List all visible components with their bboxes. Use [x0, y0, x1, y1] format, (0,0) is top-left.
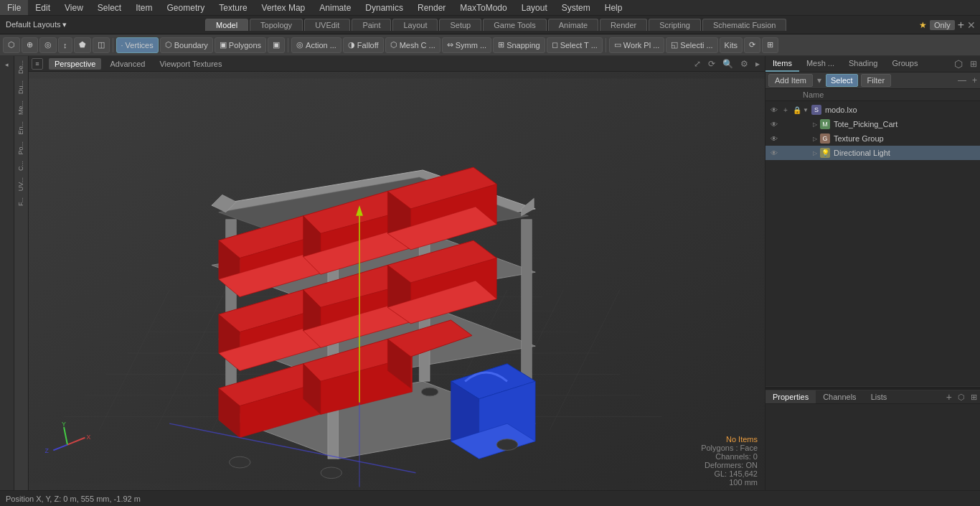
lock-icon-tote[interactable] — [791, 118, 803, 130]
mesh-display-btn[interactable]: ⬡ — [3, 37, 20, 53]
viewport-tab-textures[interactable]: Viewport Textures — [154, 58, 227, 70]
grid-btn[interactable]: ⊞ — [762, 37, 778, 53]
default-layouts-dropdown[interactable]: Default Layouts ▾ — [0, 20, 73, 29]
items-toolbar-chevron[interactable]: ▾ — [816, 75, 823, 85]
list-item-dir-light[interactable]: 👁 ▷ 💡 Directional Light — [765, 146, 980, 160]
menu-texture[interactable]: Texture — [212, 0, 254, 15]
lock-icon-texgroup[interactable] — [791, 133, 803, 144]
items-toolbar-expand[interactable]: + — [969, 75, 977, 85]
lock-icon-dirlight[interactable] — [791, 147, 803, 159]
menu-select[interactable]: Select — [90, 0, 128, 15]
close-layout-button[interactable]: ✕ — [967, 19, 976, 31]
selecti-btn[interactable]: ◱ Selecti ... — [666, 37, 717, 53]
polygons-btn[interactable]: ▣ Polygons — [215, 37, 266, 53]
lock-icon-modo[interactable]: 🔒 — [791, 104, 803, 116]
eye-icon-dirlight[interactable]: 👁 — [768, 147, 780, 159]
list-item-modo-lxo[interactable]: 👁 + 🔒 ▼ S modo.lxo — [765, 103, 980, 117]
tab-topology[interactable]: Topology — [250, 19, 303, 31]
action-btn[interactable]: ◎ Action ... — [291, 37, 341, 53]
viewport-search-icon[interactable]: 🔍 — [720, 58, 735, 70]
tab-layout[interactable]: Layout — [392, 19, 438, 31]
snapping-shape-btn[interactable]: ⬟ — [74, 37, 91, 53]
menu-render[interactable]: Render — [410, 0, 453, 15]
plus-icon-tote[interactable] — [780, 118, 791, 130]
add-layout-button[interactable]: + — [958, 19, 964, 31]
select-mode-btn[interactable]: ▣ — [268, 37, 285, 53]
plus-icon-modo[interactable]: + — [780, 104, 791, 116]
star-button[interactable]: ★ — [919, 20, 927, 30]
prop-tab-properties[interactable]: Properties — [765, 390, 816, 403]
tool-de[interactable]: De... — [16, 57, 27, 77]
panel-expand-icon[interactable]: ⊞ — [967, 59, 980, 69]
viewport-maximize-icon[interactable]: ⤢ — [692, 58, 703, 70]
tab-mesh[interactable]: Mesh ... — [799, 56, 842, 72]
expand-icon-modo[interactable]: ▼ — [803, 107, 809, 113]
transform-btn[interactable]: ↕ — [58, 37, 72, 53]
plus-icon-dirlight[interactable] — [780, 147, 791, 159]
falloff-btn[interactable]: ◑ Falloff — [343, 37, 384, 53]
panel-collapse-icon[interactable]: ⬡ — [950, 58, 967, 70]
list-item-texture-group[interactable]: 👁 ▷ G Texture Group — [765, 131, 980, 146]
symm-btn[interactable]: ⇔ Symm ... — [442, 37, 491, 53]
origin-btn[interactable]: ⊕ — [22, 37, 38, 53]
items-toolbar-collapse[interactable]: — — [958, 75, 966, 85]
expand-icon-tote[interactable]: ▷ — [813, 121, 817, 128]
viewport-menu-icon[interactable]: ≡ — [32, 58, 43, 70]
expand-icon-dirlight[interactable]: ▷ — [813, 150, 817, 156]
menu-edit[interactable]: Edit — [28, 0, 57, 15]
tool-me[interactable]: Me... — [16, 98, 27, 118]
plus-icon-texgroup[interactable] — [780, 133, 791, 144]
tool-en[interactable]: En... — [16, 118, 27, 138]
viewport-settings-icon[interactable]: ⚙ — [738, 58, 750, 70]
prop-panel-collapse-icon[interactable]: ⊞ — [968, 393, 980, 402]
menu-layout[interactable]: Layout — [514, 0, 555, 15]
tab-scripting[interactable]: Scripting — [649, 19, 701, 31]
tab-items[interactable]: Items — [765, 56, 799, 72]
tab-paint[interactable]: Paint — [352, 19, 391, 31]
tool-du[interactable]: Du... — [16, 78, 27, 97]
tab-animate[interactable]: Animate — [548, 19, 598, 31]
tool-uv[interactable]: UV... — [16, 174, 27, 194]
prop-panel-expand-icon[interactable]: ⬡ — [955, 393, 968, 402]
work-pl-btn[interactable]: ▭ Work Pl ... — [609, 37, 665, 53]
list-item-tote[interactable]: 👁 ▷ M Tote_Picking_Cart — [765, 117, 980, 131]
select-button[interactable]: Select — [826, 74, 858, 87]
expand-icon-texgroup[interactable]: ▷ — [813, 136, 817, 142]
eye-icon-texgroup[interactable]: 👁 — [768, 133, 780, 144]
menu-system[interactable]: System — [555, 0, 598, 15]
viewport-tab-advanced[interactable]: Advanced — [104, 58, 151, 70]
boundary-btn[interactable]: ⬡ Boundary — [160, 37, 213, 53]
add-item-button[interactable]: Add Item — [768, 74, 813, 87]
tab-uvedit[interactable]: UVEdit — [304, 19, 350, 31]
tab-game-tools[interactable]: Game Tools — [483, 19, 547, 31]
menu-animate[interactable]: Animate — [312, 0, 358, 15]
kits-btn[interactable]: Kits — [720, 37, 743, 53]
tool-f[interactable]: F... — [16, 195, 27, 209]
vertices-btn[interactable]: · Vertices — [116, 37, 159, 53]
prop-tab-lists[interactable]: Lists — [864, 390, 895, 403]
tool-po[interactable]: Po... — [16, 139, 27, 158]
menu-file[interactable]: File — [0, 0, 28, 15]
menu-dynamics[interactable]: Dynamics — [358, 0, 410, 15]
menu-help[interactable]: Help — [598, 0, 630, 15]
select-t-btn[interactable]: ◻ Select T ... — [547, 37, 603, 53]
menu-vertex-map[interactable]: Vertex Map — [255, 0, 313, 15]
tab-render[interactable]: Render — [600, 19, 647, 31]
tab-shading[interactable]: Shading — [842, 56, 885, 72]
tab-model[interactable]: Model — [205, 19, 248, 31]
tool-c[interactable]: C... — [16, 158, 27, 174]
eye-icon-tote[interactable]: 👁 — [768, 118, 780, 130]
filter-button[interactable]: Filter — [861, 74, 891, 87]
menu-maxtomodo[interactable]: MaxToModo — [453, 0, 514, 15]
menu-view[interactable]: View — [57, 0, 90, 15]
sidebar-toggle-icon[interactable]: ◂ — [1, 59, 13, 70]
menu-geometry[interactable]: Geometry — [160, 0, 212, 15]
menu-item[interactable]: Item — [128, 0, 159, 15]
mirror-btn[interactable]: ◫ — [93, 37, 110, 53]
viewport-tab-perspective[interactable]: Perspective — [49, 58, 101, 70]
pivot-btn[interactable]: ◎ — [39, 37, 57, 53]
only-button[interactable]: Only — [930, 20, 955, 30]
viewport-reset-icon[interactable]: ⟳ — [706, 58, 717, 70]
mesh-c-btn[interactable]: ⬡ Mesh C ... — [385, 37, 440, 53]
tab-setup[interactable]: Setup — [439, 19, 481, 31]
